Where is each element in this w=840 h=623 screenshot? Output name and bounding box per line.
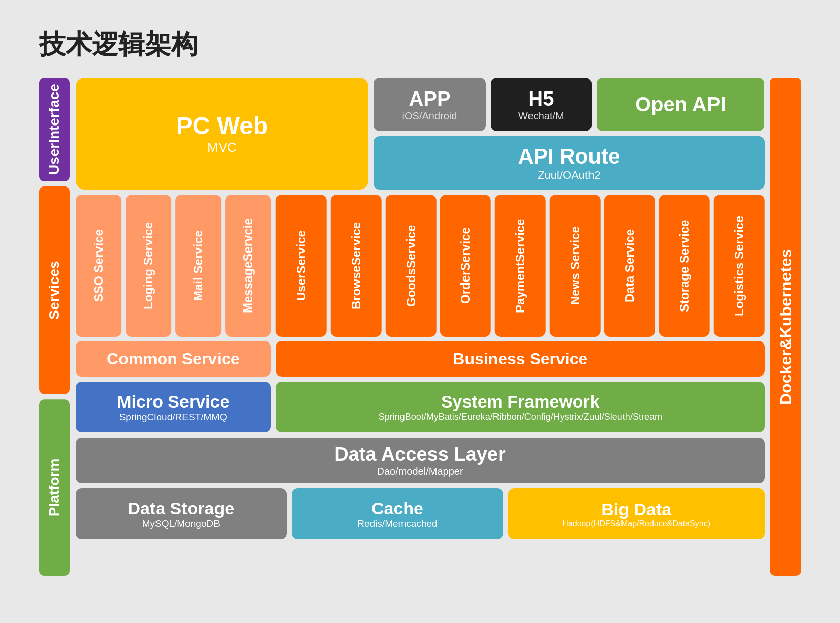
logistics-service-pill: Logistics Service bbox=[714, 195, 765, 337]
storage-service-pill: Storage Service bbox=[659, 195, 710, 337]
browse-service-pill: BrowseService bbox=[331, 195, 382, 337]
h5-subtitle: Wechat/M bbox=[518, 110, 564, 122]
center-content: PC Web MVC APP iOS/Android H5 Wechat/M bbox=[76, 78, 765, 576]
pc-web-title: PC Web bbox=[176, 112, 268, 140]
h5-title: H5 bbox=[528, 87, 554, 110]
api-route-block: API Route Zuul/OAuth2 bbox=[374, 136, 764, 190]
platform-section: Micro Service SpringCloud/REST/MMQ Syste… bbox=[76, 382, 765, 539]
business-pills-row: UserService BrowseService GoodsService O… bbox=[276, 195, 764, 337]
micro-service-subtitle: SpringCloud/REST/MMQ bbox=[119, 412, 227, 423]
system-framework-block: System Framework SpringBoot/MyBatis/Eure… bbox=[276, 382, 764, 432]
cache-block: Cache Redis/Memcached bbox=[292, 488, 503, 539]
big-data-block: Big Data Hadoop(HDFS&Map/Reduce&DataSync… bbox=[508, 488, 765, 539]
business-services-col: UserService BrowseService GoodsService O… bbox=[276, 195, 764, 377]
api-route-title: API Route bbox=[518, 144, 620, 169]
sso-service-pill: SSO Service bbox=[76, 195, 121, 337]
system-framework-subtitle: SpringBoot/MyBatis/Eureka/Ribbon/Config/… bbox=[379, 412, 662, 422]
pc-web-block: PC Web MVC bbox=[76, 78, 369, 190]
page-title: 技术逻辑架构 bbox=[39, 27, 801, 63]
mail-service-pill: Mail Service bbox=[175, 195, 221, 337]
services-section: SSO Service Loging Service Mail Service … bbox=[76, 195, 765, 377]
docker-label: Docker&Kubernetes bbox=[770, 78, 801, 576]
payment-service-pill: PaymentService bbox=[495, 195, 546, 337]
data-service-pill: Data Service bbox=[604, 195, 655, 337]
data-storage-title: Data Storage bbox=[128, 499, 234, 518]
right-ui-col: APP iOS/Android H5 Wechat/M Open API API… bbox=[374, 78, 764, 190]
business-service-label: Business Service bbox=[276, 341, 764, 377]
goods-service-pill: GoodsService bbox=[386, 195, 437, 337]
label-ui: UserInterface bbox=[39, 78, 70, 181]
big-data-title: Big Data bbox=[601, 500, 671, 519]
cache-subtitle: Redis/Memcached bbox=[357, 518, 437, 529]
data-access-subtitle: Dao/model/Mapper bbox=[377, 465, 463, 477]
openapi-block: Open API bbox=[597, 78, 765, 131]
news-service-pill: News Service bbox=[550, 195, 601, 337]
app-block: APP iOS/Android bbox=[374, 78, 485, 131]
micro-service-block: Micro Service SpringCloud/REST/MMQ bbox=[76, 382, 271, 432]
data-storage-subtitle: MySQL/MongoDB bbox=[142, 518, 220, 529]
common-service-label: Common Service bbox=[76, 341, 271, 377]
big-data-subtitle: Hadoop(HDFS&Map/Reduce&DataSync) bbox=[562, 519, 710, 528]
app-subtitle: iOS/Android bbox=[402, 110, 457, 122]
micro-system-row: Micro Service SpringCloud/REST/MMQ Syste… bbox=[76, 382, 765, 432]
data-storage-block: Data Storage MySQL/MongoDB bbox=[76, 488, 287, 539]
data-access-title: Data Access Layer bbox=[334, 444, 506, 465]
system-framework-title: System Framework bbox=[441, 392, 600, 412]
app-title: APP bbox=[409, 87, 450, 110]
micro-service-title: Micro Service bbox=[117, 392, 229, 412]
h5-block: H5 Wechat/M bbox=[491, 78, 592, 131]
storage-cache-row: Data Storage MySQL/MongoDB Cache Redis/M… bbox=[76, 488, 765, 539]
message-service-pill: MessageServcie bbox=[225, 195, 271, 337]
openapi-title: Open API bbox=[635, 93, 726, 116]
top-apps: APP iOS/Android H5 Wechat/M Open API bbox=[374, 78, 764, 131]
common-pills-row: SSO Service Loging Service Mail Service … bbox=[76, 195, 271, 337]
order-service-pill: OrderService bbox=[440, 195, 491, 337]
cache-title: Cache bbox=[371, 499, 423, 518]
slide: 技术逻辑架构 UserInterface Services Platform P… bbox=[24, 17, 817, 606]
loging-service-pill: Loging Service bbox=[126, 195, 171, 337]
label-services: Services bbox=[39, 186, 70, 394]
api-route-subtitle: Zuul/OAuth2 bbox=[538, 169, 601, 182]
left-labels: UserInterface Services Platform bbox=[39, 78, 70, 576]
main-diagram: UserInterface Services Platform PC Web M… bbox=[39, 78, 801, 576]
data-access-block: Data Access Layer Dao/model/Mapper bbox=[76, 438, 765, 483]
pc-web-subtitle: MVC bbox=[207, 140, 237, 155]
user-service-pill: UserService bbox=[276, 195, 327, 337]
label-platform: Platform bbox=[39, 399, 70, 576]
common-services-col: SSO Service Loging Service Mail Service … bbox=[76, 195, 271, 377]
ui-section: PC Web MVC APP iOS/Android H5 Wechat/M bbox=[76, 78, 765, 190]
